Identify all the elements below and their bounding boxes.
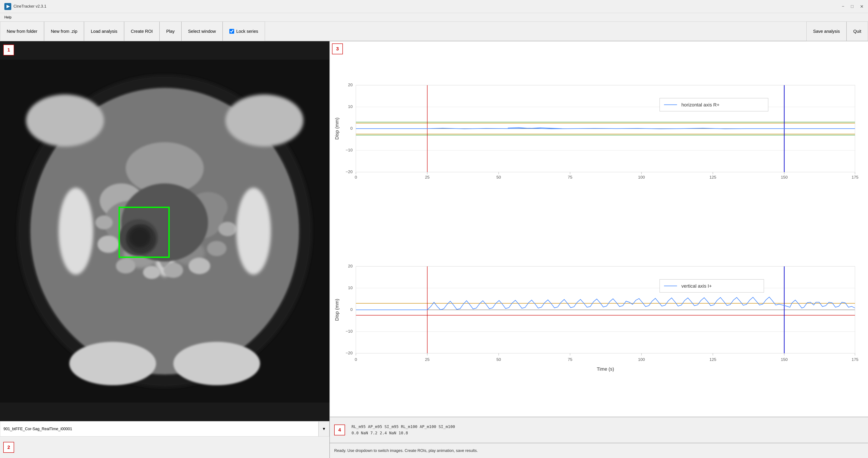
svg-text:−10: −10 — [346, 148, 352, 152]
right-panel: 3 — [330, 41, 868, 458]
mri-image — [0, 41, 330, 421]
panel2-label: 2 — [3, 442, 14, 453]
svg-text:10: 10 — [348, 104, 352, 109]
svg-point-27 — [69, 342, 156, 385]
lock-series-input[interactable] — [229, 29, 234, 34]
svg-text:175: 175 — [851, 357, 859, 362]
svg-point-21 — [219, 222, 237, 236]
new-from-folder-button[interactable]: New from folder — [0, 22, 44, 41]
svg-point-18 — [189, 258, 210, 274]
svg-text:−10: −10 — [346, 329, 352, 334]
chart1-wrapper: horizontal axis R+ 20 10 0 −10 −20 0 25 … — [330, 41, 868, 229]
svg-text:50: 50 — [496, 357, 501, 362]
svg-point-34 — [129, 227, 151, 248]
svg-point-16 — [143, 266, 160, 279]
main-content: 1 — [0, 41, 868, 458]
status-text: Ready. Use dropdown to switch images. Cr… — [334, 449, 478, 453]
save-analysis-button[interactable]: Save analysis — [806, 22, 846, 41]
svg-text:0: 0 — [355, 175, 357, 179]
svg-text:0: 0 — [355, 357, 357, 362]
image-selector[interactable] — [0, 421, 318, 436]
lock-series-label: Lock series — [236, 29, 258, 34]
chart2-svg: vertical axis I+ 20 10 0 −10 −20 0 25 50… — [330, 229, 868, 417]
svg-text:50: 50 — [496, 175, 501, 179]
svg-text:20: 20 — [348, 83, 352, 87]
svg-text:20: 20 — [348, 264, 352, 268]
play-button[interactable]: Play — [159, 22, 181, 41]
status-bar: Ready. Use dropdown to switch images. Cr… — [330, 443, 868, 458]
svg-text:75: 75 — [568, 357, 572, 362]
svg-text:150: 150 — [781, 175, 788, 179]
svg-point-14 — [97, 235, 119, 253]
toolbar: New from folder New from .zip Load analy… — [0, 22, 868, 41]
svg-text:−20: −20 — [346, 169, 352, 174]
svg-point-28 — [174, 342, 260, 385]
select-window-button[interactable]: Select window — [181, 22, 223, 41]
svg-text:vertical axis I+: vertical axis I+ — [681, 283, 712, 289]
stats-values: 0.0 NaN 7.2 2.4 NaN 10.8 — [351, 430, 455, 436]
svg-text:0: 0 — [350, 307, 352, 312]
svg-text:175: 175 — [851, 175, 859, 179]
svg-point-19 — [207, 241, 226, 256]
create-roi-button[interactable]: Create ROI — [124, 22, 159, 41]
svg-point-29 — [26, 94, 104, 147]
app-icon — [4, 3, 11, 10]
svg-text:Disp (mm): Disp (mm) — [334, 118, 340, 140]
menu-bar: Help — [0, 13, 868, 22]
stats-bar: 4 RL_m95 AP_m95 SI_m95 RL_m100 AP_m100 S… — [330, 417, 868, 443]
svg-text:75: 75 — [568, 175, 572, 179]
svg-text:horizontal axis R+: horizontal axis R+ — [681, 102, 719, 108]
left-panel: 1 — [0, 41, 330, 458]
svg-text:Disp (mm): Disp (mm) — [334, 299, 340, 321]
svg-point-30 — [225, 94, 304, 147]
dropdown-arrow-icon[interactable]: ▼ — [318, 421, 330, 436]
quit-button[interactable]: Quit — [846, 22, 868, 41]
svg-point-20 — [95, 216, 113, 229]
svg-text:125: 125 — [709, 175, 716, 179]
svg-text:100: 100 — [638, 357, 645, 362]
new-from-zip-button[interactable]: New from .zip — [44, 22, 84, 41]
menu-help[interactable]: Help — [4, 16, 11, 19]
image-area[interactable]: 1 — [0, 41, 330, 421]
bottom-bar: ▼ — [0, 421, 330, 436]
panel2-area: 2 — [0, 436, 330, 458]
svg-point-15 — [116, 258, 135, 274]
maximize-button[interactable]: □ — [851, 4, 854, 9]
svg-text:150: 150 — [781, 357, 788, 362]
svg-text:Time (s): Time (s) — [597, 366, 614, 372]
lock-series-checkbox[interactable]: Lock series — [223, 22, 265, 41]
panel1-label: 1 — [3, 45, 14, 55]
svg-point-26 — [236, 188, 271, 275]
panel4-label: 4 — [334, 425, 345, 435]
chart1-svg: horizontal axis R+ 20 10 0 −10 −20 0 25 … — [330, 41, 868, 229]
panel3-label: 3 — [332, 44, 343, 54]
svg-text:0: 0 — [350, 126, 352, 131]
svg-text:125: 125 — [709, 357, 716, 362]
svg-text:25: 25 — [425, 175, 429, 179]
svg-point-17 — [164, 263, 183, 278]
load-analysis-button[interactable]: Load analysis — [84, 22, 124, 41]
svg-text:−20: −20 — [346, 351, 352, 355]
title-bar: CineTracker v2.3.1 − □ ✕ — [0, 0, 868, 13]
stats-headers: RL_m95 AP_m95 SI_m95 RL_m100 AP_m100 SI_… — [351, 424, 455, 430]
stats-content: RL_m95 AP_m95 SI_m95 RL_m100 AP_m100 SI_… — [351, 424, 455, 436]
app-title: CineTracker v2.3.1 — [13, 4, 46, 9]
window-controls: − □ ✕ — [842, 4, 864, 9]
charts-container: horizontal axis R+ 20 10 0 −10 −20 0 25 … — [330, 41, 868, 417]
svg-point-25 — [59, 188, 93, 275]
svg-text:10: 10 — [348, 285, 352, 290]
svg-text:25: 25 — [425, 357, 429, 362]
minimize-button[interactable]: − — [842, 4, 844, 9]
charts-area: 3 — [330, 41, 868, 417]
close-button[interactable]: ✕ — [860, 4, 864, 9]
chart2-wrapper: vertical axis I+ 20 10 0 −10 −20 0 25 50… — [330, 229, 868, 417]
svg-text:100: 100 — [638, 175, 645, 179]
